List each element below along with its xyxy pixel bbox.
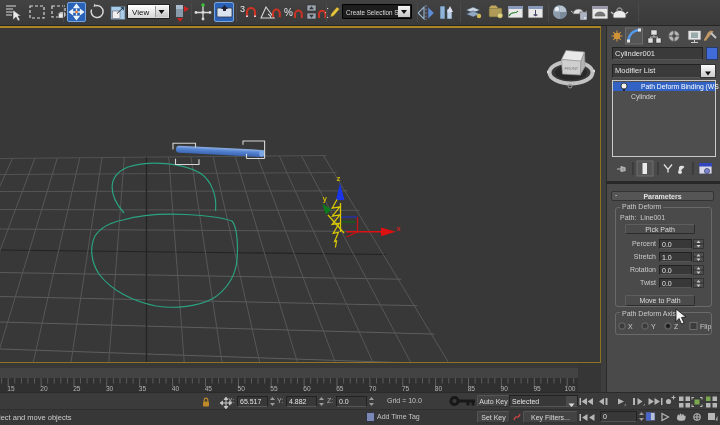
svg-text:55: 55 (270, 385, 278, 392)
svg-text:90: 90 (501, 385, 509, 392)
svg-text:FRONT: FRONT (565, 66, 579, 71)
svg-text:80: 80 (435, 385, 443, 392)
svg-text:z: z (337, 174, 341, 183)
svg-text:75: 75 (402, 385, 410, 392)
svg-text:15: 15 (7, 385, 15, 392)
svg-text:65: 65 (336, 385, 344, 392)
svg-text:60: 60 (303, 385, 311, 392)
svg-text:25: 25 (73, 385, 81, 392)
svg-text:45: 45 (205, 385, 213, 392)
svg-text:100: 100 (564, 385, 575, 392)
svg-text:95: 95 (533, 385, 541, 392)
svg-text:20: 20 (40, 385, 48, 392)
svg-text:70: 70 (369, 385, 377, 392)
svg-text:x: x (397, 224, 402, 233)
svg-text:30: 30 (106, 385, 114, 392)
svg-text:85: 85 (468, 385, 476, 392)
svg-text:40: 40 (172, 385, 180, 392)
svg-text:50: 50 (238, 385, 246, 392)
svg-text:y: y (323, 194, 328, 203)
svg-text:35: 35 (139, 385, 147, 392)
